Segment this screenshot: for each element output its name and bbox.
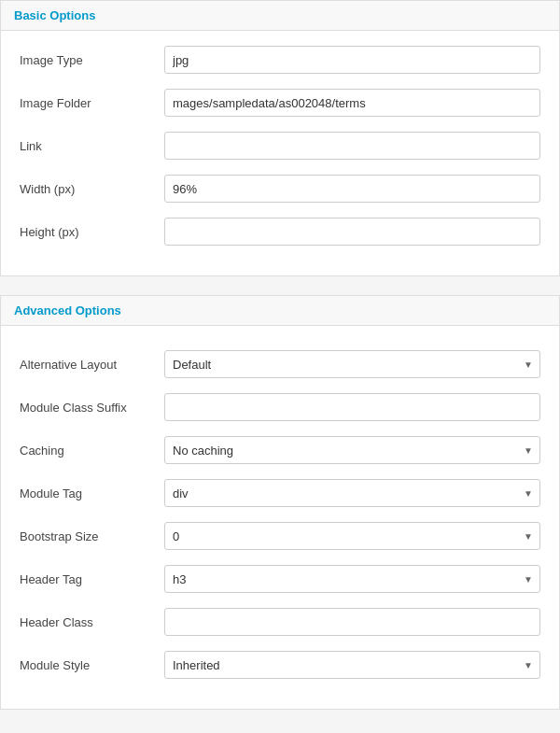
alternative-layout-label: Alternative Layout: [20, 358, 164, 372]
bootstrap-size-row: Bootstrap Size 0 1 2 3 4 5 6 ▼: [20, 522, 540, 550]
image-folder-row: Image Folder: [20, 89, 540, 117]
advanced-options-header: Advanced Options: [1, 296, 559, 326]
height-row: Height (px): [20, 218, 540, 246]
image-type-input[interactable]: [164, 46, 540, 74]
module-class-suffix-label: Module Class Suffix: [20, 401, 164, 415]
header-tag-row: Header Tag h1 h2 h3 h4 h5 h6 ▼: [20, 565, 540, 593]
height-label: Height (px): [20, 225, 164, 239]
width-label: Width (px): [20, 182, 164, 196]
advanced-options-title: Advanced Options: [14, 303, 121, 317]
bootstrap-size-label: Bootstrap Size: [20, 529, 164, 543]
height-input[interactable]: [164, 218, 540, 246]
caching-label: Caching: [20, 444, 164, 458]
header-tag-wrapper: h1 h2 h3 h4 h5 h6 ▼: [164, 565, 540, 593]
caching-select[interactable]: No caching Use global: [164, 436, 540, 464]
caching-wrapper: No caching Use global ▼: [164, 436, 540, 464]
module-tag-wrapper: div span section article ▼: [164, 479, 540, 507]
module-style-wrapper: Inherited Default None ▼: [164, 651, 540, 679]
header-class-input[interactable]: [164, 608, 540, 636]
width-row: Width (px): [20, 175, 540, 203]
module-style-select[interactable]: Inherited Default None: [164, 651, 540, 679]
header-tag-select[interactable]: h1 h2 h3 h4 h5 h6: [164, 565, 540, 593]
module-class-suffix-input[interactable]: [164, 393, 540, 421]
image-type-label: Image Type: [20, 53, 164, 67]
module-tag-select[interactable]: div span section article: [164, 479, 540, 507]
module-style-row: Module Style Inherited Default None ▼: [20, 651, 540, 679]
advanced-options-panel: Advanced Options Alternative Layout Defa…: [0, 295, 560, 710]
alternative-layout-select[interactable]: Default: [164, 350, 540, 378]
module-tag-label: Module Tag: [20, 486, 164, 500]
caching-row: Caching No caching Use global ▼: [20, 436, 540, 464]
width-input[interactable]: [164, 175, 540, 203]
module-style-label: Module Style: [20, 658, 164, 672]
image-type-row: Image Type: [20, 46, 540, 74]
image-folder-input[interactable]: [164, 89, 540, 117]
header-class-label: Header Class: [20, 615, 164, 629]
alternative-layout-row: Alternative Layout Default ▼: [20, 350, 540, 378]
link-input[interactable]: [164, 132, 540, 160]
image-folder-label: Image Folder: [20, 96, 164, 110]
bootstrap-size-select[interactable]: 0 1 2 3 4 5 6: [164, 522, 540, 550]
basic-options-title: Basic Options: [14, 8, 95, 22]
advanced-options-body: Alternative Layout Default ▼ Module Clas…: [1, 326, 559, 709]
alternative-layout-wrapper: Default ▼: [164, 350, 540, 378]
header-tag-label: Header Tag: [20, 572, 164, 586]
module-class-suffix-row: Module Class Suffix: [20, 393, 540, 421]
link-row: Link: [20, 132, 540, 160]
header-class-row: Header Class: [20, 608, 540, 636]
basic-options-header: Basic Options: [1, 1, 559, 31]
module-tag-row: Module Tag div span section article ▼: [20, 479, 540, 507]
link-label: Link: [20, 139, 164, 153]
basic-options-body: Image Type Image Folder Link Width (px) …: [1, 31, 559, 275]
basic-options-panel: Basic Options Image Type Image Folder Li…: [0, 0, 560, 276]
bootstrap-size-wrapper: 0 1 2 3 4 5 6 ▼: [164, 522, 540, 550]
